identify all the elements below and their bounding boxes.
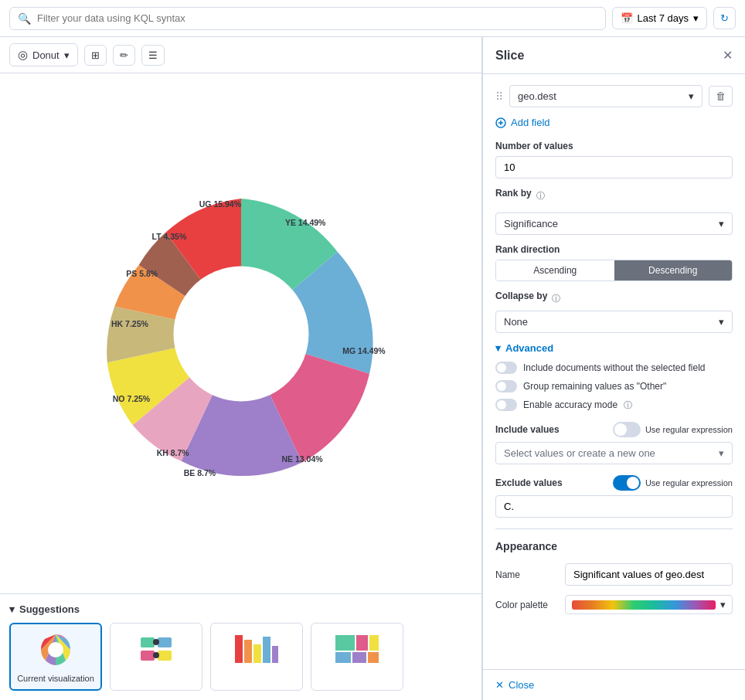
- suggestion-4[interactable]: [311, 623, 403, 691]
- label-MG: MG 14.49%: [342, 346, 386, 355]
- toggle-3-label: Enable accuracy mode: [523, 399, 617, 410]
- include-values-section: Include values Use regular expression Se…: [495, 422, 733, 464]
- toolbar-edit-button[interactable]: ✏: [113, 45, 135, 66]
- suggestion-current-label: Current visualization: [17, 674, 94, 683]
- chevron-down-icon: ▾: [719, 447, 724, 459]
- label-PS: PS 5.8%: [126, 268, 158, 277]
- include-docs-toggle[interactable]: [495, 362, 517, 374]
- toggle-row-3: Enable accuracy mode ⓘ: [495, 399, 733, 411]
- rank-direction-toggle: Ascending Descending: [495, 260, 733, 281]
- label-NE: NE 13.04%: [281, 454, 323, 464]
- use-regex-label: Use regular expression: [645, 425, 733, 434]
- number-of-values-input[interactable]: [495, 156, 733, 178]
- svg-point-6: [153, 652, 159, 658]
- search-box[interactable]: 🔍: [9, 7, 606, 30]
- chart-area: YE 14.49% MG 14.49% NE 13.04% BE 8.7% KH…: [0, 73, 481, 593]
- toolbar-list-button[interactable]: ☰: [141, 45, 165, 66]
- collapse-by-row: Collapse by ⓘ: [495, 291, 733, 306]
- date-range-button[interactable]: 📅 Last 7 days ▾: [612, 7, 708, 29]
- plus-icon: [495, 117, 506, 128]
- toolbar-grid-button[interactable]: ⊞: [84, 45, 107, 66]
- exclude-values-header: Exclude values Use regular expression: [495, 475, 733, 491]
- refresh-button[interactable]: ↻: [713, 7, 736, 29]
- panel-close-icon[interactable]: ✕: [723, 48, 733, 63]
- divider: [495, 528, 733, 529]
- ascending-button[interactable]: Ascending: [496, 260, 614, 280]
- svg-point-0: [48, 642, 63, 658]
- add-field-button[interactable]: Add field: [495, 117, 733, 128]
- main-layout: ◎ Donut ▾ ⊞ ✏ ☰: [0, 37, 745, 700]
- include-values-header: Include values Use regular expression: [495, 422, 733, 437]
- donut-icon: ◎: [18, 48, 28, 62]
- color-palette-label: Color palette: [495, 600, 565, 610]
- toggle-2-label: Group remaining values as "Other": [523, 381, 666, 392]
- refresh-icon: ↻: [720, 12, 729, 24]
- svg-point-5: [153, 639, 159, 645]
- chart-type-select[interactable]: ◎ Donut ▾: [9, 43, 78, 66]
- include-values-select[interactable]: Select values or create a new one ▾: [495, 442, 733, 464]
- panel-title: Slice: [495, 49, 524, 63]
- advanced-toggle[interactable]: ▾ Advanced: [495, 342, 733, 354]
- suggestion-2[interactable]: [110, 623, 202, 691]
- donut-suggestion-icon: [32, 630, 79, 669]
- svg-rect-2: [158, 637, 172, 647]
- svg-rect-3: [141, 651, 155, 661]
- include-regex-row: Use regular expression: [613, 422, 733, 437]
- svg-rect-12: [335, 635, 355, 651]
- toggle-row-2: Group remaining values as "Other": [495, 380, 733, 392]
- group-remaining-toggle[interactable]: [495, 380, 517, 392]
- name-label: Name: [495, 569, 565, 580]
- color-palette-row: Color palette ▾: [495, 595, 733, 614]
- advanced-section: ▾ Advanced Include documents without the…: [495, 342, 733, 411]
- color-palette-select[interactable]: ▾: [565, 595, 733, 614]
- advanced-label: Advanced: [505, 342, 553, 354]
- label-UG: UG 15.94%: [199, 199, 241, 208]
- suggestion-current[interactable]: Current visualization: [9, 623, 102, 691]
- appearance-section: Appearance Name Color palette ▾: [495, 540, 733, 614]
- chevron-down-icon: ▾: [9, 603, 15, 615]
- svg-rect-1: [141, 637, 155, 647]
- suggestion-3[interactable]: [210, 623, 303, 691]
- chevron-down-icon: ▾: [720, 599, 726, 610]
- collapse-by-dropdown[interactable]: None ▾: [495, 311, 733, 333]
- label-LT: LT 4.35%: [151, 231, 186, 240]
- svg-rect-16: [352, 652, 366, 663]
- svg-rect-10: [263, 637, 270, 663]
- accuracy-mode-toggle[interactable]: [495, 399, 517, 411]
- svg-rect-13: [356, 635, 368, 651]
- palette-bar: [572, 600, 716, 610]
- exclude-values-label: Exclude values: [495, 477, 563, 488]
- slice-panel: Slice ✕ ⠿ geo.dest ▾ 🗑 Add field Number …: [482, 37, 745, 700]
- svg-rect-4: [158, 651, 172, 661]
- chevron-down-icon: ▾: [719, 218, 724, 229]
- chevron-down-icon: ▾: [693, 12, 699, 24]
- suggestions-title: ▾ Suggestions: [9, 603, 472, 615]
- field-select[interactable]: geo.dest ▾: [509, 85, 702, 107]
- chevron-down-icon: ▾: [719, 316, 724, 328]
- svg-rect-8: [244, 640, 252, 663]
- name-input[interactable]: [565, 563, 733, 586]
- svg-rect-7: [235, 635, 243, 663]
- exclude-values-input[interactable]: [495, 495, 733, 518]
- toggle-row-1: Include documents without the selected f…: [495, 362, 733, 374]
- exclude-regex-toggle[interactable]: [613, 475, 641, 491]
- left-panel: ◎ Donut ▾ ⊞ ✏ ☰: [0, 37, 482, 700]
- collapse-by-label: Collapse by: [495, 291, 547, 301]
- date-label: Last 7 days: [638, 12, 689, 24]
- include-regex-toggle[interactable]: [613, 422, 641, 437]
- field-name: geo.dest: [518, 90, 556, 102]
- search-input[interactable]: [37, 12, 597, 24]
- close-icon: ✕: [495, 679, 504, 691]
- exclude-regex-label: Use regular expression: [645, 478, 733, 488]
- drag-handle-icon: ⠿: [495, 90, 503, 103]
- svg-rect-17: [368, 652, 379, 663]
- collapse-by-value: None: [504, 316, 528, 328]
- close-button[interactable]: ✕ Close: [483, 669, 745, 700]
- appearance-title: Appearance: [495, 540, 733, 552]
- puzzle-suggestion-icon: [133, 630, 179, 668]
- info-icon-collapse: ⓘ: [552, 293, 560, 304]
- chevron-down-icon: ▾: [495, 342, 501, 354]
- field-delete-button[interactable]: 🗑: [709, 86, 733, 107]
- rank-by-dropdown[interactable]: Significance ▾: [495, 212, 733, 235]
- descending-button[interactable]: Descending: [614, 260, 733, 280]
